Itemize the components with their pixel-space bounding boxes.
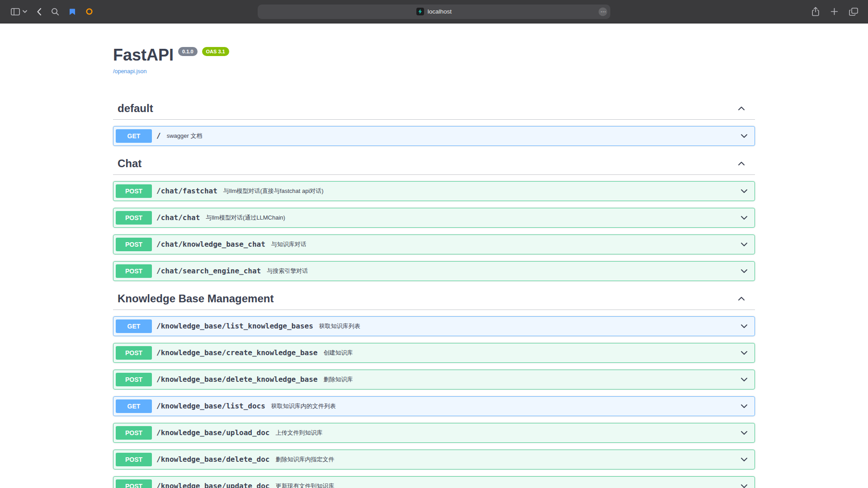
url-text: localhost: [428, 8, 452, 15]
expand-chevron-down-icon[interactable]: [740, 428, 749, 437]
section-header[interactable]: Knowledge Base Management: [113, 288, 755, 310]
operation-path: /knowledge_base/delete_doc: [152, 455, 274, 464]
operation-description: 获取知识库列表: [318, 322, 740, 330]
collapse-chevron-up-icon[interactable]: [737, 159, 746, 168]
url-bar[interactable]: localhost ⋯: [258, 5, 610, 19]
api-sections: default GET / swagger 文档 Chat POST /ch: [113, 98, 755, 488]
method-badge: GET: [116, 319, 152, 333]
operation-path: /: [152, 131, 165, 140]
url-overflow-badge[interactable]: ⋯: [599, 7, 607, 16]
operation-path: /knowledge_base/list_docs: [152, 402, 270, 410]
operation-description: swagger 文档: [165, 132, 740, 140]
expand-chevron-down-icon[interactable]: [740, 267, 749, 276]
expand-chevron-down-icon[interactable]: [740, 213, 749, 222]
method-badge: POST: [116, 479, 152, 488]
sidebar-toggle-icon[interactable]: [11, 8, 20, 15]
toolbar-left-group: [0, 8, 93, 16]
back-button-icon[interactable]: [37, 8, 42, 16]
operation-path: /knowledge_base/upload_doc: [152, 428, 274, 437]
operation-row: POST /knowledge_base/upload_doc 上传文件到知识库: [113, 423, 755, 443]
operation-summary[interactable]: POST /chat/knowledge_base_chat 与知识库对话: [113, 235, 755, 254]
section-operations: GET /knowledge_base/list_knowledge_bases…: [113, 316, 755, 488]
tab-overview-icon[interactable]: [849, 8, 858, 16]
operation-summary[interactable]: POST /knowledge_base/delete_doc 删除知识库内指定…: [113, 450, 755, 469]
expand-chevron-down-icon[interactable]: [740, 187, 749, 196]
expand-chevron-down-icon[interactable]: [740, 482, 749, 488]
collapse-chevron-up-icon[interactable]: [737, 294, 746, 303]
operation-summary[interactable]: POST /knowledge_base/update_doc 更新现有文件到知…: [113, 477, 755, 488]
operation-row: POST /chat/knowledge_base_chat 与知识库对话: [113, 235, 755, 254]
openapi-spec-link[interactable]: /openapi.json: [113, 68, 146, 75]
method-badge: POST: [116, 264, 152, 278]
page-title: FastAPI 0.1.0 OAS 3.1: [113, 46, 755, 64]
method-badge: GET: [116, 399, 152, 413]
method-badge: POST: [116, 211, 152, 225]
tag-section: Knowledge Base Management GET /knowledge…: [113, 288, 755, 488]
operation-row: POST /chat/search_engine_chat 与搜索引擎对话: [113, 261, 755, 281]
version-badge: 0.1.0: [178, 47, 197, 56]
site-favicon-icon: [416, 8, 424, 15]
expand-chevron-down-icon[interactable]: [740, 455, 749, 464]
swagger-page: FastAPI 0.1.0 OAS 3.1 /openapi.json defa…: [0, 23, 868, 488]
operation-description: 删除知识库内指定文件: [274, 455, 740, 464]
operation-row: POST /knowledge_base/update_doc 更新现有文件到知…: [113, 476, 755, 488]
operation-row: GET / swagger 文档: [113, 126, 755, 146]
operation-path: /knowledge_base/update_doc: [152, 482, 274, 488]
expand-chevron-down-icon[interactable]: [740, 348, 749, 357]
api-info: FastAPI 0.1.0 OAS 3.1 /openapi.json: [113, 46, 755, 75]
api-title-text: FastAPI: [113, 46, 174, 64]
expand-chevron-down-icon[interactable]: [740, 402, 749, 411]
expand-chevron-down-icon[interactable]: [740, 322, 749, 331]
operation-summary[interactable]: POST /knowledge_base/create_knowledge_ba…: [113, 343, 755, 362]
operation-row: POST /chat/chat 与llm模型对话(通过LLMChain): [113, 208, 755, 228]
operation-description: 更新现有文件到知识库: [274, 482, 740, 488]
new-tab-icon[interactable]: [830, 8, 838, 15]
sidebar-chevron-down-icon[interactable]: [23, 10, 27, 13]
search-icon[interactable]: [51, 8, 59, 16]
browser-toolbar: localhost ⋯: [0, 0, 868, 23]
section-title: Chat: [118, 157, 737, 170]
section-title: Knowledge Base Management: [118, 292, 737, 305]
operation-row: GET /knowledge_base/list_docs 获取知识库内的文件列…: [113, 396, 755, 416]
operation-summary[interactable]: GET /knowledge_base/list_knowledge_bases…: [113, 317, 755, 336]
operation-description: 获取知识库内的文件列表: [270, 402, 740, 410]
operation-path: /knowledge_base/delete_knowledge_base: [152, 375, 322, 384]
operation-description: 上传文件到知识库: [274, 429, 740, 437]
operation-row: POST /knowledge_base/create_knowledge_ba…: [113, 343, 755, 363]
share-icon[interactable]: [811, 7, 820, 16]
operation-summary[interactable]: POST /chat/chat 与llm模型对话(通过LLMChain): [113, 208, 755, 227]
expand-chevron-down-icon[interactable]: [740, 240, 749, 249]
collapse-chevron-up-icon[interactable]: [737, 104, 746, 113]
tag-section: default GET / swagger 文档: [113, 98, 755, 146]
operation-row: POST /knowledge_base/delete_doc 删除知识库内指定…: [113, 450, 755, 469]
operation-summary[interactable]: GET /knowledge_base/list_docs 获取知识库内的文件列…: [113, 397, 755, 416]
operation-summary[interactable]: POST /knowledge_base/delete_knowledge_ba…: [113, 370, 755, 389]
operation-path: /chat/fastchat: [152, 187, 222, 195]
expand-chevron-down-icon[interactable]: [740, 375, 749, 384]
operation-path: /chat/search_engine_chat: [152, 267, 265, 275]
section-header[interactable]: default: [113, 98, 755, 120]
tag-section: Chat POST /chat/fastchat 与llm模型对话(直接与fas…: [113, 153, 755, 281]
operation-path: /knowledge_base/create_knowledge_base: [152, 348, 322, 357]
method-badge: POST: [116, 453, 152, 466]
section-operations: GET / swagger 文档: [113, 126, 755, 146]
operation-description: 删除知识库: [322, 375, 740, 384]
operation-summary[interactable]: GET / swagger 文档: [113, 127, 755, 145]
operation-row: POST /knowledge_base/delete_knowledge_ba…: [113, 370, 755, 389]
operation-summary[interactable]: POST /chat/search_engine_chat 与搜索引擎对话: [113, 262, 755, 281]
toolbar-right-group: [811, 7, 868, 16]
extension-bookmark-icon[interactable]: [69, 8, 76, 15]
extension-record-icon[interactable]: [85, 8, 93, 15]
operation-path: /chat/knowledge_base_chat: [152, 240, 270, 249]
method-badge: POST: [116, 346, 152, 360]
method-badge: POST: [116, 184, 152, 198]
operation-summary[interactable]: POST /knowledge_base/upload_doc 上传文件到知识库: [113, 423, 755, 442]
method-badge: POST: [116, 426, 152, 440]
section-title: default: [118, 102, 737, 115]
operation-summary[interactable]: POST /chat/fastchat 与llm模型对话(直接与fastchat…: [113, 182, 755, 201]
operation-description: 与知识库对话: [270, 240, 740, 249]
operation-description: 与llm模型对话(直接与fastchat api对话): [222, 187, 740, 195]
method-badge: GET: [116, 129, 152, 143]
section-header[interactable]: Chat: [113, 153, 755, 175]
expand-chevron-down-icon[interactable]: [740, 131, 749, 141]
